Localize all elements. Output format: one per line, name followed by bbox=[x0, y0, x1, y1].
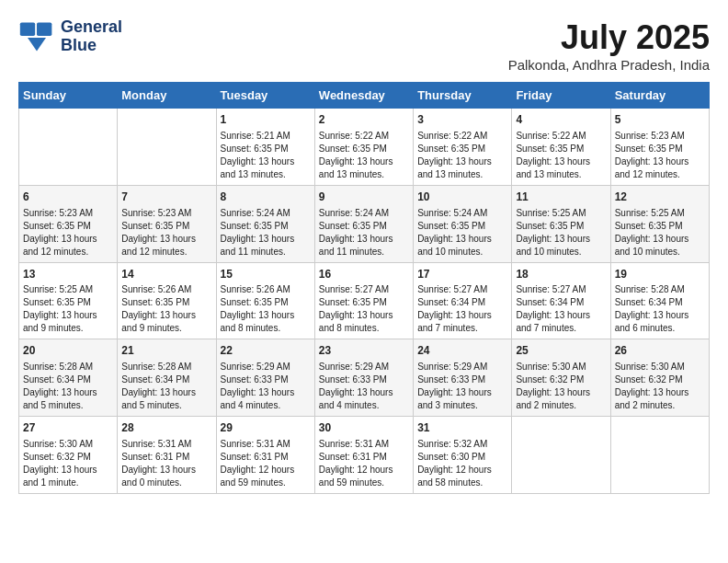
day-info: Sunrise: 5:30 AM Sunset: 6:32 PM Dayligh… bbox=[516, 361, 606, 412]
calendar-cell: 22Sunrise: 5:29 AM Sunset: 6:33 PM Dayli… bbox=[216, 339, 314, 417]
calendar-cell: 26Sunrise: 5:30 AM Sunset: 6:32 PM Dayli… bbox=[610, 339, 709, 417]
calendar-week-5: 27Sunrise: 5:30 AM Sunset: 6:32 PM Dayli… bbox=[19, 417, 710, 494]
calendar-cell: 13Sunrise: 5:25 AM Sunset: 6:35 PM Dayli… bbox=[19, 262, 118, 339]
day-number: 2 bbox=[319, 112, 409, 128]
day-number: 18 bbox=[516, 267, 606, 282]
calendar-cell: 29Sunrise: 5:31 AM Sunset: 6:31 PM Dayli… bbox=[216, 417, 314, 494]
day-number: 24 bbox=[417, 343, 507, 359]
day-info: Sunrise: 5:26 AM Sunset: 6:35 PM Dayligh… bbox=[221, 283, 311, 335]
day-number: 30 bbox=[319, 420, 409, 436]
header-thursday: Thursday bbox=[414, 83, 512, 109]
day-info: Sunrise: 5:22 AM Sunset: 6:35 PM Dayligh… bbox=[319, 130, 409, 181]
day-number: 17 bbox=[417, 267, 507, 282]
location: Palkonda, Andhra Pradesh, India bbox=[508, 57, 710, 73]
day-info: Sunrise: 5:24 AM Sunset: 6:35 PM Dayligh… bbox=[319, 207, 409, 259]
day-info: Sunrise: 5:24 AM Sunset: 6:35 PM Dayligh… bbox=[221, 207, 311, 259]
day-number: 13 bbox=[23, 267, 113, 282]
calendar-cell: 2Sunrise: 5:22 AM Sunset: 6:35 PM Daylig… bbox=[314, 109, 413, 186]
calendar-cell: 19Sunrise: 5:28 AM Sunset: 6:34 PM Dayli… bbox=[610, 262, 709, 339]
day-number: 19 bbox=[615, 267, 705, 282]
day-number: 7 bbox=[121, 190, 211, 205]
day-number: 14 bbox=[121, 267, 211, 282]
day-info: Sunrise: 5:29 AM Sunset: 6:33 PM Dayligh… bbox=[319, 361, 409, 412]
day-info: Sunrise: 5:21 AM Sunset: 6:35 PM Dayligh… bbox=[221, 130, 311, 181]
calendar-cell: 25Sunrise: 5:30 AM Sunset: 6:32 PM Dayli… bbox=[512, 339, 610, 417]
header-saturday: Saturday bbox=[610, 83, 709, 109]
calendar-week-4: 20Sunrise: 5:28 AM Sunset: 6:34 PM Dayli… bbox=[19, 339, 710, 417]
day-info: Sunrise: 5:27 AM Sunset: 6:34 PM Dayligh… bbox=[417, 283, 507, 335]
day-info: Sunrise: 5:28 AM Sunset: 6:34 PM Dayligh… bbox=[121, 361, 211, 412]
day-number: 20 bbox=[23, 343, 113, 359]
day-number: 28 bbox=[121, 420, 211, 436]
day-info: Sunrise: 5:23 AM Sunset: 6:35 PM Dayligh… bbox=[615, 130, 705, 181]
day-info: Sunrise: 5:23 AM Sunset: 6:35 PM Dayligh… bbox=[23, 207, 113, 259]
day-info: Sunrise: 5:28 AM Sunset: 6:34 PM Dayligh… bbox=[615, 283, 705, 335]
day-number: 6 bbox=[23, 190, 113, 205]
calendar-cell: 17Sunrise: 5:27 AM Sunset: 6:34 PM Dayli… bbox=[414, 262, 512, 339]
day-info: Sunrise: 5:30 AM Sunset: 6:32 PM Dayligh… bbox=[615, 361, 705, 412]
page-header: General Blue July 2025 Palkonda, Andhra … bbox=[18, 18, 710, 73]
day-number: 4 bbox=[516, 112, 606, 128]
day-number: 12 bbox=[615, 190, 705, 205]
svg-rect-1 bbox=[37, 22, 51, 36]
calendar-cell: 14Sunrise: 5:26 AM Sunset: 6:35 PM Dayli… bbox=[118, 262, 216, 339]
calendar-cell: 20Sunrise: 5:28 AM Sunset: 6:34 PM Dayli… bbox=[19, 339, 118, 417]
calendar-cell: 18Sunrise: 5:27 AM Sunset: 6:34 PM Dayli… bbox=[512, 262, 610, 339]
calendar-cell bbox=[610, 417, 709, 494]
day-info: Sunrise: 5:23 AM Sunset: 6:35 PM Dayligh… bbox=[121, 207, 211, 259]
calendar-cell: 15Sunrise: 5:26 AM Sunset: 6:35 PM Dayli… bbox=[216, 262, 314, 339]
calendar-cell bbox=[19, 109, 118, 186]
calendar-cell: 9Sunrise: 5:24 AM Sunset: 6:35 PM Daylig… bbox=[314, 185, 413, 262]
calendar-cell: 3Sunrise: 5:22 AM Sunset: 6:35 PM Daylig… bbox=[414, 109, 512, 186]
day-number: 11 bbox=[516, 190, 606, 205]
calendar-cell: 12Sunrise: 5:25 AM Sunset: 6:35 PM Dayli… bbox=[610, 185, 709, 262]
day-info: Sunrise: 5:31 AM Sunset: 6:31 PM Dayligh… bbox=[319, 438, 409, 489]
calendar-week-1: 1Sunrise: 5:21 AM Sunset: 6:35 PM Daylig… bbox=[19, 109, 710, 186]
day-number: 3 bbox=[417, 112, 507, 128]
calendar-cell: 28Sunrise: 5:31 AM Sunset: 6:31 PM Dayli… bbox=[118, 417, 216, 494]
day-number: 23 bbox=[319, 343, 409, 359]
day-number: 26 bbox=[615, 343, 705, 359]
day-info: Sunrise: 5:25 AM Sunset: 6:35 PM Dayligh… bbox=[615, 207, 705, 259]
title-block: July 2025 Palkonda, Andhra Pradesh, Indi… bbox=[508, 18, 710, 73]
calendar-cell: 5Sunrise: 5:23 AM Sunset: 6:35 PM Daylig… bbox=[610, 109, 709, 186]
day-number: 21 bbox=[121, 343, 211, 359]
month-title: July 2025 bbox=[508, 18, 710, 57]
calendar-cell: 23Sunrise: 5:29 AM Sunset: 6:33 PM Dayli… bbox=[314, 339, 413, 417]
header-friday: Friday bbox=[512, 83, 610, 109]
day-number: 5 bbox=[615, 112, 705, 128]
header-sunday: Sunday bbox=[19, 83, 118, 109]
logo-icon bbox=[18, 20, 55, 53]
day-number: 31 bbox=[417, 420, 507, 436]
calendar-cell: 16Sunrise: 5:27 AM Sunset: 6:35 PM Dayli… bbox=[314, 262, 413, 339]
day-info: Sunrise: 5:22 AM Sunset: 6:35 PM Dayligh… bbox=[417, 130, 507, 181]
logo-text: General Blue bbox=[61, 18, 122, 55]
header-tuesday: Tuesday bbox=[216, 83, 314, 109]
day-number: 25 bbox=[516, 343, 606, 359]
day-number: 10 bbox=[417, 190, 507, 205]
calendar-cell bbox=[512, 417, 610, 494]
day-info: Sunrise: 5:24 AM Sunset: 6:35 PM Dayligh… bbox=[417, 207, 507, 259]
day-info: Sunrise: 5:25 AM Sunset: 6:35 PM Dayligh… bbox=[23, 283, 113, 335]
day-number: 15 bbox=[221, 267, 311, 282]
calendar-cell: 6Sunrise: 5:23 AM Sunset: 6:35 PM Daylig… bbox=[19, 185, 118, 262]
day-info: Sunrise: 5:31 AM Sunset: 6:31 PM Dayligh… bbox=[121, 438, 211, 489]
calendar-header-row: SundayMondayTuesdayWednesdayThursdayFrid… bbox=[19, 83, 710, 109]
day-info: Sunrise: 5:28 AM Sunset: 6:34 PM Dayligh… bbox=[23, 361, 113, 412]
header-monday: Monday bbox=[118, 83, 216, 109]
calendar-cell: 10Sunrise: 5:24 AM Sunset: 6:35 PM Dayli… bbox=[414, 185, 512, 262]
calendar-cell: 27Sunrise: 5:30 AM Sunset: 6:32 PM Dayli… bbox=[19, 417, 118, 494]
day-number: 22 bbox=[221, 343, 311, 359]
calendar-cell: 11Sunrise: 5:25 AM Sunset: 6:35 PM Dayli… bbox=[512, 185, 610, 262]
calendar-week-3: 13Sunrise: 5:25 AM Sunset: 6:35 PM Dayli… bbox=[19, 262, 710, 339]
day-info: Sunrise: 5:27 AM Sunset: 6:34 PM Dayligh… bbox=[516, 283, 606, 335]
calendar-table: SundayMondayTuesdayWednesdayThursdayFrid… bbox=[18, 82, 710, 494]
calendar-cell bbox=[118, 109, 216, 186]
day-number: 27 bbox=[23, 420, 113, 436]
calendar-cell: 4Sunrise: 5:22 AM Sunset: 6:35 PM Daylig… bbox=[512, 109, 610, 186]
calendar-week-2: 6Sunrise: 5:23 AM Sunset: 6:35 PM Daylig… bbox=[19, 185, 710, 262]
day-number: 9 bbox=[319, 190, 409, 205]
calendar-cell: 8Sunrise: 5:24 AM Sunset: 6:35 PM Daylig… bbox=[216, 185, 314, 262]
calendar-cell: 24Sunrise: 5:29 AM Sunset: 6:33 PM Dayli… bbox=[414, 339, 512, 417]
day-info: Sunrise: 5:29 AM Sunset: 6:33 PM Dayligh… bbox=[417, 361, 507, 412]
